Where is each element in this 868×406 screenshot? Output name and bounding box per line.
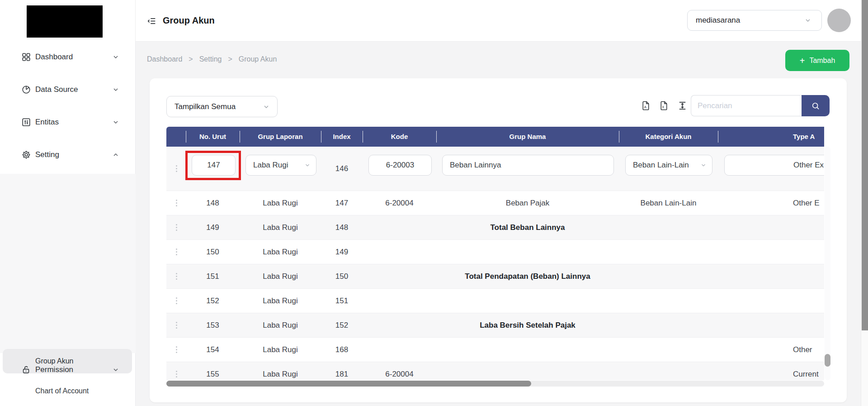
cell-no-urut: 148 bbox=[186, 191, 240, 215]
tambah-button[interactable]: + Tambah bbox=[785, 50, 849, 71]
table-row: 150 Laba Rugi 149 bbox=[166, 239, 824, 264]
filter-select[interactable]: Tampilkan Semua bbox=[166, 96, 278, 117]
chevron-down-icon bbox=[700, 162, 707, 168]
pdf-file-icon[interactable]: A bbox=[641, 100, 651, 111]
app-logo bbox=[27, 5, 103, 38]
drag-handle-icon[interactable] bbox=[176, 224, 177, 231]
collapse-sidebar-icon[interactable] bbox=[147, 16, 157, 26]
cell-index: 150 bbox=[321, 264, 363, 288]
table-row: 151 Laba Rugi 150 Total Pendapatan (Beba… bbox=[166, 264, 824, 288]
cell-kategori-akun: Beban Lain-Lain bbox=[619, 191, 718, 215]
cell-grup-nama bbox=[436, 362, 619, 380]
cell-type-akun bbox=[793, 289, 824, 313]
excel-file-icon[interactable]: x bbox=[659, 100, 669, 111]
tenant-select[interactable]: mediasarana bbox=[687, 10, 822, 31]
content-card: Tampilkan Semua A x No. Urut bbox=[150, 78, 847, 402]
cell-grup-nama: Beban Pajak bbox=[436, 191, 619, 215]
sidebar-item-label: Data Source bbox=[35, 85, 78, 94]
kategori-akun-select[interactable]: Beban Lain-Lain bbox=[625, 155, 712, 176]
cell-grup-nama bbox=[436, 240, 619, 264]
cell-kode bbox=[363, 240, 436, 264]
sidebar-item-permission[interactable]: Permission bbox=[0, 360, 136, 380]
avatar[interactable] bbox=[827, 9, 851, 32]
type-akun-input-value: Other Ex bbox=[793, 161, 824, 170]
chevron-down-icon bbox=[112, 366, 119, 373]
table-row: 152 Laba Rugi 151 bbox=[166, 288, 824, 313]
grup-nama-input[interactable] bbox=[442, 155, 614, 176]
cell-kode: 6-20004 bbox=[363, 362, 436, 380]
table-row: 153 Laba Rugi 152 Laba Bersih Setelah Pa… bbox=[166, 313, 824, 337]
sidebar: Dashboard Data Source Entitas bbox=[0, 0, 136, 406]
drag-handle-icon[interactable] bbox=[176, 322, 177, 329]
no-urut-input[interactable] bbox=[192, 155, 236, 176]
table-row: 149 Laba Rugi 148 Total Beban Lainnya bbox=[166, 215, 824, 239]
pie-chart-icon bbox=[21, 85, 31, 95]
chevron-down-icon bbox=[263, 103, 270, 110]
setting-submenu: Group Akun Chart of Account Kategori Aku… bbox=[0, 174, 136, 353]
cell-grup-laporan: Laba Rugi bbox=[240, 264, 321, 288]
table-row: 154 Laba Rugi 168 Other bbox=[166, 337, 824, 362]
breadcrumb: Dashboard>Setting>Group Akun bbox=[147, 55, 283, 63]
cell-type-akun: Other bbox=[793, 338, 824, 362]
search-button[interactable] bbox=[802, 95, 830, 116]
chevron-down-icon bbox=[112, 86, 119, 93]
cell-kategori-akun bbox=[619, 264, 718, 288]
cell-type-akun bbox=[793, 240, 824, 264]
col-header-grup-laporan: Grup Laporan bbox=[240, 127, 321, 147]
cell-index: 168 bbox=[321, 338, 363, 362]
kode-input[interactable] bbox=[368, 155, 432, 176]
drag-handle-icon[interactable] bbox=[176, 371, 177, 377]
sidebar-item-label: Permission bbox=[35, 365, 73, 374]
cell-index: 151 bbox=[321, 289, 363, 313]
gear-icon bbox=[21, 150, 31, 160]
page-scrollbar bbox=[861, 0, 868, 406]
cell-kode bbox=[363, 313, 436, 337]
chevron-down-icon bbox=[112, 53, 119, 61]
svg-text:x: x bbox=[662, 105, 664, 109]
table-header: No. Urut Grup Laporan Index Kode Grup Na… bbox=[166, 127, 824, 147]
cell-type-akun: Other E bbox=[793, 191, 824, 215]
sidebar-item-entitas[interactable]: Entitas bbox=[0, 112, 136, 132]
cell-kategori-akun bbox=[619, 338, 718, 362]
sidebar-item-setting[interactable]: Setting bbox=[0, 145, 136, 165]
cell-grup-nama bbox=[436, 338, 619, 362]
group-akun-table: No. Urut Grup Laporan Index Kode Grup Na… bbox=[166, 127, 824, 380]
sidebar-subitem-chart-of-account[interactable]: Chart of Account bbox=[0, 379, 136, 403]
type-akun-input[interactable]: Other Ex bbox=[724, 155, 824, 176]
cell-index: 152 bbox=[321, 313, 363, 337]
fit-height-icon[interactable] bbox=[677, 100, 688, 111]
sidebar-item-data-source[interactable]: Data Source bbox=[0, 80, 136, 100]
cell-grup-nama: Laba Bersih Setelah Pajak bbox=[436, 313, 619, 337]
drag-handle-icon[interactable] bbox=[176, 297, 177, 304]
page-scrollbar-thumb[interactable] bbox=[862, 0, 868, 330]
breadcrumb-item-dashboard[interactable]: Dashboard bbox=[147, 55, 182, 63]
table-vertical-scrollbar-thumb[interactable] bbox=[825, 354, 830, 367]
breadcrumb-item-setting[interactable]: Setting bbox=[199, 55, 222, 63]
cell-grup-nama: Total Pendapatan (Beban) Lainnya bbox=[436, 264, 619, 288]
col-header-index: Index bbox=[321, 127, 363, 147]
table-row: 148 Laba Rugi 147 6-20004 Beban Pajak Be… bbox=[166, 191, 824, 215]
cell-no-urut: 155 bbox=[186, 362, 240, 380]
cell-grup-laporan: Laba Rugi bbox=[240, 215, 321, 239]
search-input[interactable] bbox=[691, 95, 802, 116]
table-horizontal-scrollbar-thumb[interactable] bbox=[166, 381, 531, 387]
cell-type-akun bbox=[793, 215, 824, 239]
chevron-down-icon bbox=[804, 17, 811, 24]
grup-laporan-select[interactable]: Laba Rugi bbox=[245, 155, 316, 176]
drag-handle-icon[interactable] bbox=[176, 200, 177, 206]
sidebar-item-dashboard[interactable]: Dashboard bbox=[0, 47, 136, 67]
drag-handle-icon[interactable] bbox=[176, 273, 177, 280]
cell-type-akun: Current bbox=[793, 362, 824, 380]
drag-handle-icon[interactable] bbox=[176, 346, 177, 353]
cell-type-akun bbox=[793, 264, 824, 288]
cell-kode bbox=[363, 289, 436, 313]
breadcrumb-item-group-akun[interactable]: Group Akun bbox=[239, 55, 277, 63]
cell-no-urut: 151 bbox=[186, 264, 240, 288]
table-horizontal-scrollbar bbox=[166, 381, 824, 387]
breadcrumb-separator: > bbox=[189, 55, 193, 63]
drag-handle-icon[interactable] bbox=[176, 248, 177, 255]
cell-grup-laporan: Laba Rugi bbox=[240, 240, 321, 264]
cell-no-urut: 149 bbox=[186, 215, 240, 239]
col-header-kategori-akun: Kategori Akun bbox=[619, 127, 718, 147]
drag-handle-icon[interactable] bbox=[176, 165, 177, 172]
